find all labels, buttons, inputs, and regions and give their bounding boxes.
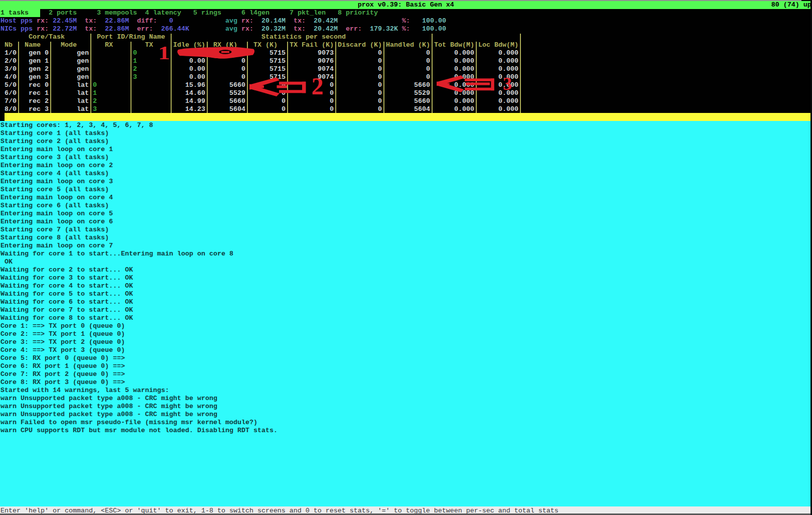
svg-text:1: 1 [158,43,170,64]
svg-text:2: 2 [312,73,324,99]
svg-text:3: 3 [503,74,512,94]
